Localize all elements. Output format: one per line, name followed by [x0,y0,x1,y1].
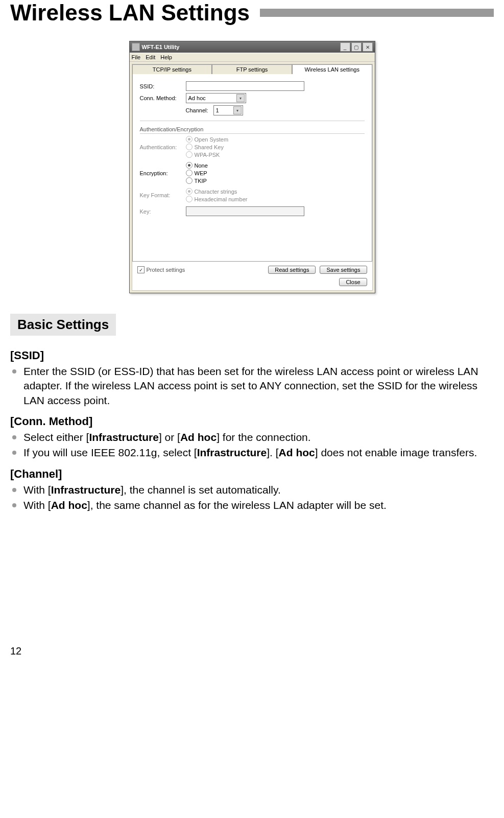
opt-tkip: TKIP [195,178,207,184]
key-label: Key: [140,208,186,215]
opt-shared-key: Shared Key [195,144,224,150]
key-input [186,206,304,216]
opt-char-strings: Character strings [195,189,237,195]
radio-shared-key [186,144,193,150]
tab-tcpip[interactable]: TCP/IP settings [132,64,212,74]
read-settings-button[interactable]: Read settings [268,266,316,274]
opt-open-system: Open System [195,136,229,143]
channel-value: 1 [216,107,219,113]
opt-wep: WEP [195,170,207,176]
opt-hex-number: Hexadecimal number [195,196,248,202]
minimize-button[interactable]: _ [340,42,350,52]
tab-ftp[interactable]: FTP settings [212,64,292,74]
channel-bullet-1: With [Infrastructure], the channel is se… [10,483,494,497]
maximize-button[interactable]: ▢ [351,42,362,52]
page-number: 12 [10,645,21,657]
channel-heading: [Channel] [10,468,494,481]
menu-help[interactable]: Help [160,54,172,60]
protect-settings-label: Protect settings [147,267,185,273]
checkbox-icon: ✓ [137,266,145,273]
bold-ad-hoc: Ad hoc [51,499,87,511]
text: Select either [ [23,431,89,443]
radio-tkip[interactable] [186,177,193,184]
close-window-button[interactable]: ✕ [363,42,373,52]
radio-wep[interactable] [186,170,193,176]
title-decor-bar [260,9,494,17]
text: With [ [23,484,51,496]
conn-method-heading: [Conn. Method] [10,415,494,428]
page-title: Wireless LAN Settings [10,0,250,26]
radio-none[interactable] [186,162,193,169]
app-window: WFT-E1 Utility _ ▢ ✕ File Edit Help TCP/… [129,41,375,293]
radio-open-system [186,136,193,143]
close-button[interactable]: Close [339,278,367,286]
opt-none: None [195,162,208,169]
bold-infrastructure: Infrastructure [197,447,267,458]
channel-label: Channel: [186,107,208,113]
app-icon [132,43,140,51]
protect-settings-checkbox[interactable]: ✓ Protect settings [137,266,185,273]
chevron-down-icon: ▾ [233,106,242,114]
text: ] for the connection. [217,431,310,443]
ssid-bullet-1: Enter the SSID (or ESS-ID) that has been… [10,364,494,408]
window-title: WFT-E1 Utility [142,44,180,50]
authentication-label: Authentication: [140,144,186,150]
conn-method-value: Ad hoc [188,95,206,101]
auth-enc-group-label: Authentication/Encryption [140,126,365,134]
channel-select[interactable]: 1 ▾ [213,105,243,115]
text: If you will use IEEE 802.11g, select [ [23,447,197,458]
radio-wpa-psk [186,151,193,158]
radio-hex-number [186,196,193,202]
radio-char-strings [186,188,193,195]
conn-method-label: Conn. Method: [140,95,186,101]
ssid-heading: [SSID] [10,349,494,362]
ssid-input[interactable] [186,81,304,91]
bold-ad-hoc: Ad hoc [180,431,217,443]
bold-infrastructure: Infrastructure [89,431,159,443]
ssid-label: SSID: [140,83,186,89]
text: ], the same channel as for the wireless … [87,499,387,511]
bold-ad-hoc: Ad hoc [279,447,315,458]
conn-method-select[interactable]: Ad hoc ▾ [186,93,246,103]
save-settings-button[interactable]: Save settings [320,266,367,274]
encryption-label: Encryption: [140,170,186,176]
text: ] or [ [159,431,180,443]
text: ]. [ [267,447,278,458]
channel-bullet-2: With [Ad hoc], the same channel as for t… [10,498,494,512]
tab-wlan[interactable]: Wireless LAN settings [292,64,372,74]
conn-bullet-2: If you will use IEEE 802.11g, select [In… [10,446,494,460]
text: ], the channel is set automatically. [121,484,281,496]
section-heading: Basic Settings [10,314,116,336]
chevron-down-icon: ▾ [236,94,245,102]
key-format-label: Key Format: [140,192,186,198]
bold-infrastructure: Infrastructure [51,484,121,496]
menu-edit[interactable]: Edit [146,54,155,60]
menu-file[interactable]: File [132,54,141,60]
opt-wpa-psk: WPA-PSK [195,152,220,158]
conn-bullet-1: Select either [Infrastructure] or [Ad ho… [10,430,494,445]
text: With [ [23,499,51,511]
text: ] does not enable image transfers. [315,447,477,458]
